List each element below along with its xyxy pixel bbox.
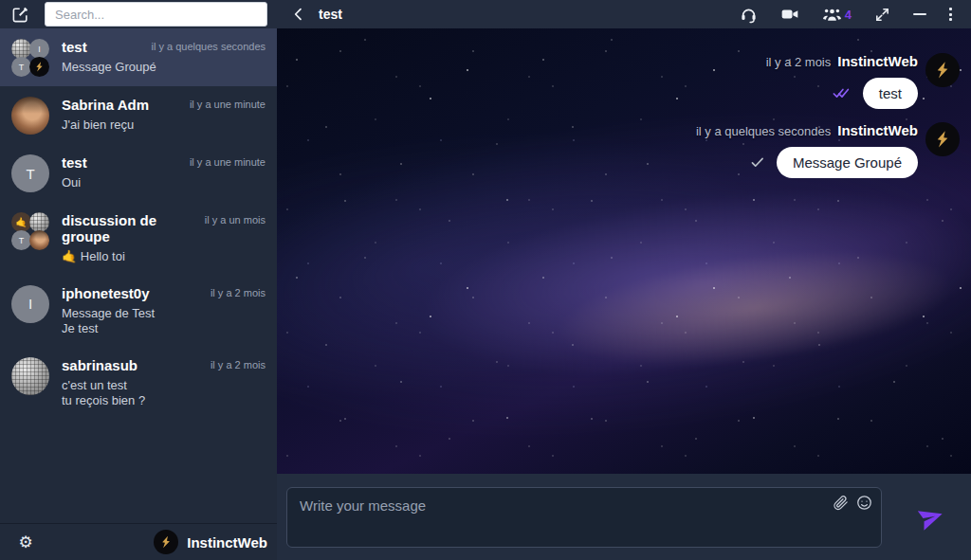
conversation-item[interactable]: sabrinasub il y a 2 mois c'est un test t… (0, 347, 277, 419)
conversation-time: il y a une minute (190, 156, 266, 168)
emoji-smiley-icon[interactable] (856, 495, 872, 511)
message-time: il y a 2 mois (766, 55, 832, 69)
disco-ball-avatar (11, 39, 31, 59)
conversation-time: il y a quelques secondes (152, 41, 266, 52)
letter-avatar: T (11, 154, 49, 192)
photo-avatar (29, 230, 49, 250)
conversation-name: Sabrina Adm (62, 97, 149, 113)
letter-avatar: T (11, 57, 31, 77)
lightning-avatar (925, 53, 960, 87)
conversation-title: test (319, 0, 342, 28)
message-sender: InstinctWeb (837, 122, 918, 138)
audio-call-icon[interactable] (728, 0, 769, 28)
participants-count: 4 (845, 8, 852, 22)
settings-gear-icon[interactable]: ⚙ (13, 530, 38, 554)
message-time: il y a quelques secondes (696, 124, 831, 138)
conversation-preview: Oui (62, 175, 266, 191)
conversation-name: test (62, 154, 87, 171)
message-composer (277, 474, 971, 560)
conversation-name: sabrinasub (62, 357, 137, 373)
emoji-avatar: 🤙 (11, 212, 31, 232)
chat-application: test (0, 0, 971, 560)
participants-icon[interactable]: 4 (811, 0, 863, 28)
conversation-preview: tu reçois bien ? (62, 393, 266, 409)
conversation-item[interactable]: I T test il y a quelques secondes Messag… (0, 28, 277, 86)
conversation-item[interactable]: T test il y a une minute Oui (0, 144, 277, 202)
conversation-item[interactable]: 🤙 T discussion de groupe il y a un mois … (0, 202, 277, 275)
lightning-avatar (29, 57, 49, 77)
conversation-name: discussion de groupe (62, 212, 205, 244)
message: il y a 2 mois InstinctWeb test (766, 53, 960, 109)
top-bar: test (0, 0, 971, 28)
message-list: il y a 2 mois InstinctWeb test (696, 53, 960, 178)
conversation-time: il y a 2 mois (211, 359, 266, 370)
search-input[interactable] (45, 2, 267, 27)
composer-icons (833, 495, 872, 511)
current-user-name: InstinctWeb (187, 534, 267, 551)
conversation-time: il y a une minute (190, 99, 266, 110)
conversation-name: test (62, 39, 87, 55)
conversation-preview: Message Groupé (62, 60, 266, 76)
back-icon[interactable] (286, 0, 311, 28)
disco-ball-avatar (11, 357, 49, 395)
group-avatar: 🤙 T (11, 212, 49, 250)
message-bubble: test (863, 78, 918, 109)
fullscreen-icon[interactable] (863, 0, 902, 28)
chat-actions: 4 (728, 0, 963, 28)
group-avatar: I T (11, 39, 49, 77)
conversation-time: il y a 2 mois (211, 287, 266, 298)
compose-icon[interactable] (4, 0, 36, 28)
chat-wallpaper: il y a 2 mois InstinctWeb test (277, 28, 971, 474)
letter-avatar: I (29, 39, 49, 59)
lightning-avatar (925, 122, 960, 156)
video-call-icon[interactable] (769, 0, 811, 28)
menu-kebab-icon[interactable] (938, 0, 963, 28)
message-bubble: Message Groupé (777, 147, 918, 178)
conversation-name: iphonetest0y (62, 285, 150, 301)
conversation-preview: c'est un test (62, 378, 266, 394)
disco-ball-avatar (29, 212, 49, 232)
current-user[interactable]: InstinctWeb (154, 530, 267, 554)
conversation-preview: J'ai bien reçu (62, 117, 266, 134)
minimize-icon[interactable] (902, 0, 938, 28)
chat-panel: il y a 2 mois InstinctWeb test (277, 28, 971, 560)
conversation-preview: 🤙 Hello toi (62, 249, 266, 265)
attachment-paperclip-icon[interactable] (833, 495, 849, 511)
message: il y a quelques secondes InstinctWeb Mes… (696, 122, 960, 178)
send-paper-plane-icon[interactable] (916, 502, 946, 533)
letter-avatar: T (11, 230, 31, 250)
read-double-check-icon (833, 87, 852, 99)
conversation-list: I T test il y a quelques secondes Messag… (0, 28, 277, 523)
conversation-time: il y a un mois (205, 214, 266, 226)
conversation-item[interactable]: Sabrina Adm il y a une minute J'ai bien … (0, 86, 277, 144)
letter-avatar: I (11, 285, 49, 323)
sidebar-footer: ⚙ InstinctWeb (0, 523, 277, 560)
conversation-item[interactable]: I iphonetest0y il y a 2 mois Message de … (0, 275, 277, 347)
conversation-preview: Je test (62, 321, 266, 337)
conversation-preview: Message de Test (62, 306, 266, 322)
message-input[interactable] (286, 487, 882, 548)
photo-avatar (11, 97, 49, 135)
conversation-sidebar: I T test il y a quelques secondes Messag… (0, 28, 277, 560)
lightning-avatar (154, 530, 178, 554)
message-sender: InstinctWeb (837, 53, 918, 69)
sent-check-icon (750, 156, 765, 169)
